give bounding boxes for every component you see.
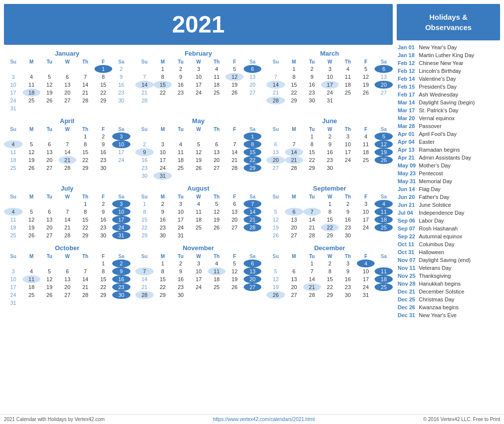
calendar-day: 19 (23, 156, 40, 164)
holiday-item: May 23Pentecost (397, 169, 500, 177)
month-title: June (266, 117, 393, 125)
calendar-day: 29 (321, 231, 339, 239)
calendar-day: 16 (172, 275, 189, 283)
calendar-day: 16 (94, 216, 112, 224)
calendar-day: 14 (76, 81, 94, 89)
calendar-day: 26 (23, 231, 40, 239)
calendar-day (244, 291, 262, 299)
holiday-date: Sep 06 (398, 218, 416, 224)
calendar-day: 3 (339, 132, 356, 140)
calendar-day: 3 (189, 65, 207, 73)
holiday-item: Sep 06Labor Day (397, 217, 500, 224)
calendar-day (23, 104, 40, 112)
calendar-day: 19 (40, 283, 58, 291)
calendar-day: 15 (244, 148, 262, 156)
calendar-day: 19 (225, 275, 243, 283)
calendar-day (135, 132, 154, 140)
calendar-day (189, 132, 207, 140)
month-title: May (135, 117, 262, 125)
calendar-day: 9 (303, 73, 321, 81)
calendar-day: 26 (40, 97, 58, 104)
footer-center: https://www.vertex42.com/calendars/2021.… (213, 417, 315, 422)
calendar-table: SuMTuWThFSa12345678910111213141516171819… (135, 253, 262, 299)
month-title: January (4, 50, 130, 57)
calendar-day: 3 (357, 200, 375, 208)
holiday-date: May 23 (398, 170, 416, 176)
month-title: December (266, 244, 393, 252)
holiday-item: Mar 14Daylight Saving (begin) (397, 98, 500, 106)
month-block: AugustSuMTuWThFSa12345678910111213141516… (135, 185, 262, 239)
calendar-day: 14 (135, 275, 154, 283)
calendar-day (339, 97, 356, 104)
month-block: JulySuMTuWThFSa1234567891011121314151617… (4, 185, 130, 239)
holiday-item: Dec 21December Solstice (397, 288, 500, 295)
calendar-day: 13 (244, 73, 262, 81)
calendar-day: 20 (59, 89, 76, 97)
month-block: DecemberSuMTuWThFSa123456789101112131415… (266, 244, 393, 307)
holiday-name: Ash Wednesday (419, 92, 458, 98)
calendar-day (375, 97, 393, 104)
calendar-day: 14 (135, 81, 154, 89)
calendar-day: 19 (357, 81, 375, 89)
calendar-day: 25 (172, 164, 189, 172)
calendar-day: 19 (266, 224, 285, 231)
calendar-day: 10 (4, 81, 23, 89)
calendar-day: 22 (321, 283, 339, 291)
calendar-day: 22 (285, 89, 303, 97)
calendar-day: 24 (339, 156, 356, 164)
calendar-day: 18 (208, 275, 225, 283)
holiday-name: New Year's Eve (419, 312, 457, 318)
calendar-day: 28 (76, 291, 94, 299)
calendar-day: 18 (375, 216, 393, 224)
calendar-day: 5 (40, 267, 58, 275)
calendar-day (266, 200, 285, 208)
calendar-day: 21 (59, 156, 76, 164)
calendar-day: 23 (112, 283, 130, 291)
calendar-day: 30 (172, 291, 189, 299)
holiday-date: Mar 28 (398, 123, 416, 129)
holiday-item: May 09Mother's Day (397, 162, 500, 169)
calendar-day: 7 (303, 208, 321, 216)
holiday-item: Feb 14Valentine's Day (397, 75, 500, 82)
calendar-day (225, 172, 243, 180)
calendar-day (40, 200, 58, 208)
calendar-day: 28 (76, 97, 94, 104)
calendar-day (59, 104, 76, 112)
calendar-day: 8 (135, 208, 154, 216)
calendar-table: SuMTuWThFSa12345678910111213141516171819… (4, 253, 130, 307)
calendar-section: 2021 JanuarySuMTuWThFSa12345678910111213… (4, 4, 393, 408)
calendar-day: 29 (135, 231, 154, 239)
calendar-day: 4 (172, 140, 189, 148)
calendar-day: 9 (321, 140, 339, 148)
calendar-day: 25 (23, 291, 40, 299)
calendar-day: 7 (225, 140, 243, 148)
calendar-day: 15 (321, 216, 339, 224)
calendar-day: 2 (303, 65, 321, 73)
calendar-day: 4 (4, 208, 23, 216)
holiday-date: Feb 12 (398, 60, 416, 66)
month-block: MarchSuMTuWThFSa123456789101112131415161… (266, 50, 393, 112)
holiday-date: Oct 31 (398, 249, 416, 255)
calendar-day: 21 (225, 156, 243, 164)
calendar-day: 13 (225, 208, 243, 216)
calendar-day (59, 65, 76, 73)
calendar-day: 10 (154, 148, 171, 156)
calendar-day (189, 172, 207, 180)
holiday-name: Autumnal equinox (419, 233, 462, 239)
calendar-day (375, 231, 393, 239)
calendar-day: 3 (189, 260, 207, 267)
holiday-date: Apr 21 (398, 155, 416, 161)
holiday-name: Columbus Day (419, 241, 454, 247)
calendar-day: 9 (112, 73, 130, 81)
calendar-day: 31 (154, 172, 171, 180)
calendar-day: 5 (266, 267, 285, 275)
holiday-item: Dec 25Christmas Day (397, 295, 500, 303)
calendar-day: 30 (94, 231, 112, 239)
calendar-day: 21 (76, 283, 94, 291)
calendar-day: 25 (357, 156, 375, 164)
calendar-day: 8 (76, 140, 94, 148)
calendar-day: 23 (94, 156, 112, 164)
holiday-item: Dec 31New Year's Eve (397, 311, 500, 319)
calendar-day: 12 (357, 73, 375, 81)
calendar-day: 8 (154, 73, 171, 81)
